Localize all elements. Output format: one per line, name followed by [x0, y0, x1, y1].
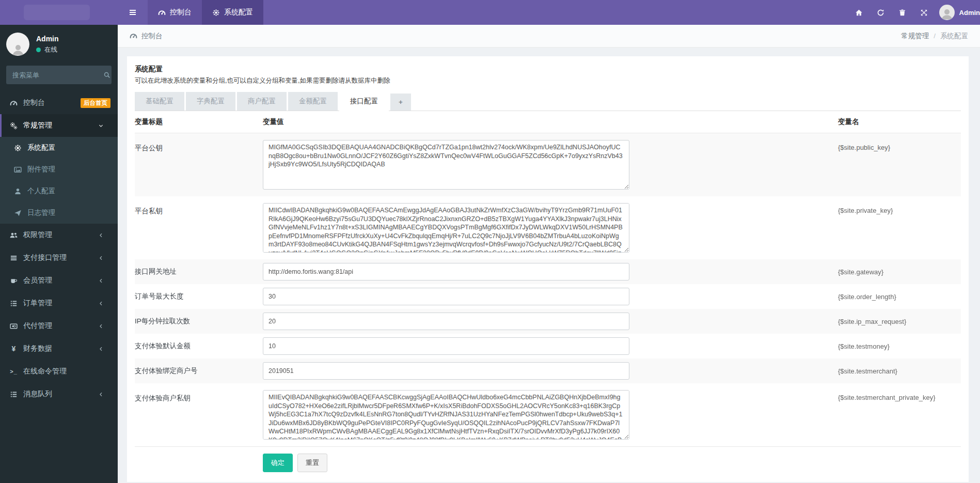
home-icon[interactable]	[848, 0, 870, 25]
table-row: 支付体验商户私钥{$site.testmerchant_private_key}	[135, 383, 961, 446]
config-input[interactable]	[263, 263, 629, 281]
row-label: 平台公钥	[135, 140, 263, 153]
add-tab-button[interactable]: +	[390, 94, 411, 111]
navbar-tab-控制台[interactable]: 控制台	[148, 0, 202, 25]
row-label: IP每分钟拉取次数	[135, 317, 263, 326]
sidebar-item-常规管理[interactable]: 常规管理	[0, 114, 118, 137]
header-var-title: 变量标题	[135, 117, 263, 127]
sidebar-item-日志管理[interactable]: 日志管理	[0, 202, 118, 224]
navbar-user-menu[interactable]: Admin	[939, 5, 980, 20]
tab-金额配置[interactable]: 金额配置	[288, 92, 338, 111]
users-icon	[9, 231, 18, 239]
row-varname: {$site.private_key}	[838, 203, 961, 214]
user-name: Admin	[36, 35, 59, 43]
row-label: 支付体验默认金额	[135, 341, 263, 351]
navbar-tabs: 控制台系统配置	[148, 0, 263, 25]
expand-icon[interactable]	[913, 0, 935, 25]
config-textarea[interactable]	[263, 390, 629, 440]
trash-icon[interactable]	[892, 0, 913, 25]
sidebar-item-控制台[interactable]: 控制台后台首页	[0, 91, 118, 114]
chevron-left-icon	[97, 323, 105, 329]
tab-字典配置[interactable]: 字典配置	[186, 92, 235, 111]
user-icon	[13, 188, 22, 195]
row-value	[263, 362, 838, 380]
row-value	[263, 337, 838, 355]
config-textarea[interactable]	[263, 140, 629, 190]
row-varname: {$site.testmerchant_private_key}	[838, 390, 961, 401]
config-input[interactable]	[263, 313, 629, 330]
sidebar-menu: 控制台后台首页常规管理系统配置附件管理个人配置日志管理权限管理支付接口管理会员管…	[0, 91, 118, 406]
row-varname: {$site.gateway}	[838, 268, 961, 276]
table-header: 变量标题 变量值 变量名	[135, 111, 961, 133]
breadcrumb-current: 系统配置	[940, 32, 968, 41]
row-value	[263, 203, 838, 254]
submit-button[interactable]: 确定	[263, 454, 293, 472]
search-icon	[103, 71, 110, 79]
sidebar-user-panel: Admin 在线	[0, 25, 118, 63]
config-input[interactable]	[263, 288, 629, 305]
chevron-left-icon	[97, 255, 105, 261]
gauge-icon	[9, 99, 18, 107]
send-icon	[13, 209, 22, 217]
row-value	[263, 140, 838, 191]
gear-icon	[212, 9, 220, 17]
sidebar-item-会员管理[interactable]: 会员管理	[0, 269, 118, 292]
breadcrumb-bar: 控制台 常规管理 / 系统配置	[118, 25, 980, 48]
chevron-down-icon	[97, 123, 105, 129]
search-input[interactable]	[12, 71, 103, 79]
sidebar-item-支付接口管理[interactable]: 支付接口管理	[0, 246, 118, 269]
sidebar-item-个人配置[interactable]: 个人配置	[0, 180, 118, 202]
sidebar-item-消息队列[interactable]: 消息队列	[0, 383, 118, 406]
navbar-tab-系统配置[interactable]: 系统配置	[202, 0, 263, 25]
config-input[interactable]	[263, 337, 629, 355]
sidebar-item-财务数据[interactable]: ¥财务数据	[0, 337, 118, 360]
config-textarea[interactable]	[263, 203, 629, 253]
sidebar-item-订单管理[interactable]: 订单管理	[0, 292, 118, 315]
sidebar-submenu: 系统配置附件管理个人配置日志管理	[0, 137, 118, 224]
row-value	[263, 390, 838, 441]
dashboard-icon	[130, 32, 137, 40]
chevron-left-icon	[97, 301, 105, 306]
row-varname: {$site.public_key}	[838, 140, 961, 151]
reset-button[interactable]: 重置	[297, 454, 327, 472]
avatar	[939, 5, 955, 20]
tab-商户配置[interactable]: 商户配置	[237, 92, 287, 111]
table-row: 订单号最大长度{$site.order_length}	[135, 284, 961, 309]
top-navbar: 控制台系统配置 Admin	[0, 0, 980, 25]
navbar-user-name: Admin	[959, 9, 980, 17]
table-row: 支付体验默认金额{$site.testmoney}	[135, 334, 961, 359]
status-badge: 后台首页	[81, 98, 110, 108]
table-row: 平台公钥{$site.public_key}	[135, 133, 961, 196]
sidebar-item-系统配置[interactable]: 系统配置	[0, 137, 118, 159]
row-varname: {$site.ip_max_request}	[838, 318, 961, 325]
gears-icon	[9, 122, 18, 130]
sidebar-item-附件管理[interactable]: 附件管理	[0, 159, 118, 180]
sidebar-toggle-button[interactable]	[118, 0, 148, 25]
row-varname: {$site.testmoney}	[838, 342, 961, 350]
chevron-left-icon	[97, 232, 105, 238]
sidebar-item-在线命令管理[interactable]: >_在线命令管理	[0, 360, 118, 383]
avatar	[6, 33, 29, 56]
image-icon	[13, 166, 22, 174]
navbar-right: Admin	[848, 0, 980, 25]
chevron-left-icon	[97, 278, 105, 284]
row-value	[263, 263, 838, 281]
header-var-name: 变量名	[838, 117, 961, 127]
chevron-left-icon	[97, 346, 105, 352]
sidebar-item-权限管理[interactable]: 权限管理	[0, 224, 118, 246]
row-label: 支付体验绑定商户号	[135, 366, 263, 376]
row-value	[263, 288, 838, 305]
row-varname: {$site.testmerchant}	[838, 367, 961, 375]
tab-基础配置[interactable]: 基础配置	[135, 92, 184, 111]
logo-area	[0, 0, 118, 25]
row-varname: {$site.order_length}	[838, 293, 961, 301]
config-input[interactable]	[263, 362, 629, 380]
row-label: 平台私钥	[135, 203, 263, 216]
refresh-icon[interactable]	[870, 0, 892, 25]
table-row: 接口网关地址{$site.gateway}	[135, 259, 961, 284]
sidebar-item-代付管理[interactable]: 代付管理	[0, 315, 118, 337]
tab-接口配置[interactable]: 接口配置	[339, 92, 389, 111]
breadcrumb-console-link[interactable]: 控制台	[141, 32, 163, 41]
form-footer: 确定 重置	[135, 446, 961, 482]
logo-placeholder	[24, 5, 90, 20]
